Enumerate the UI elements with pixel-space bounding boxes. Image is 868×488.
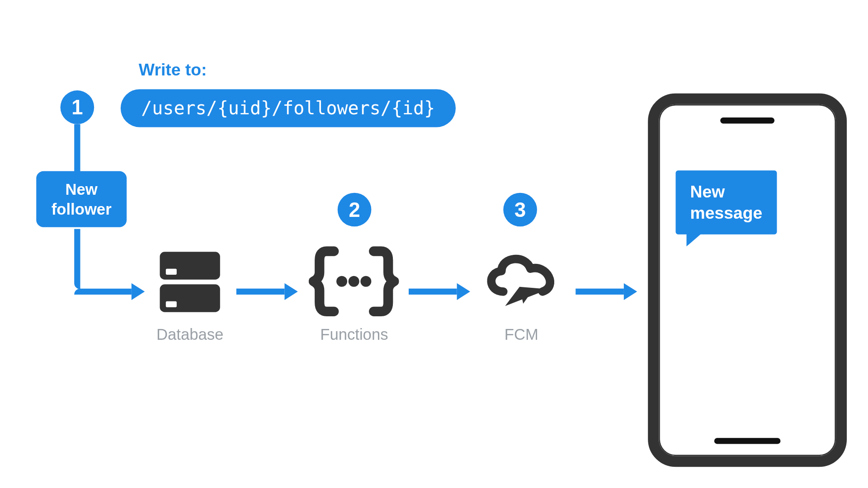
phone-speaker [720,117,774,123]
phone-home-bar [714,438,781,444]
functions-label: Functions [307,325,401,344]
functions-icon [309,242,399,323]
svg-point-5 [349,276,359,287]
write-to-label: Write to: [139,60,207,80]
svg-point-4 [336,276,347,287]
step-badge-2: 2 [338,193,372,227]
database-icon [154,246,226,320]
arrow-functions-to-fcm [409,283,470,300]
diagram-stage: Write to: /users/{uid}/followers/{id} 1 … [0,0,868,488]
connector-badge1-to-box [74,124,80,173]
fcm-icon [476,244,566,324]
arrow-fcm-to-phone [576,283,637,300]
arrow-db-to-functions [236,283,298,300]
bubble-line1: New [690,183,725,201]
svg-rect-3 [166,301,177,307]
phone-device: New message [648,94,847,467]
step-badge-3: 3 [503,193,537,227]
new-follower-line2: follower [52,200,112,218]
arrow-to-database [74,283,145,300]
svg-point-6 [360,276,371,287]
bubble-line2: message [690,204,763,222]
path-pill: /users/{uid}/followers/{id} [121,89,456,127]
step-badge-1: 1 [61,90,94,124]
svg-rect-2 [160,284,220,312]
new-follower-line1: New [66,180,98,198]
svg-rect-1 [166,269,177,275]
svg-rect-0 [160,252,220,279]
new-follower-box: New follower [36,171,127,227]
message-bubble: New message [676,170,777,234]
connector-box-down [74,229,80,289]
database-label: Database [154,325,226,344]
fcm-label: FCM [482,325,561,344]
